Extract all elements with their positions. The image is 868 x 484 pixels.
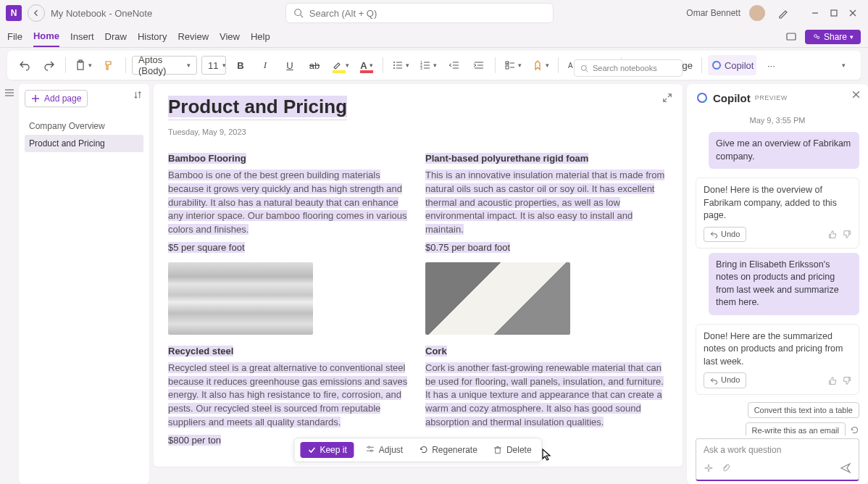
section-body[interactable]: Recycled steel is a great alternative to… <box>168 362 411 430</box>
bullets-button[interactable]: ▾ <box>389 55 412 75</box>
svg-point-13 <box>393 64 395 66</box>
thumbs-down-button[interactable] <box>842 376 851 385</box>
svg-point-42 <box>581 65 586 70</box>
menu-home[interactable]: Home <box>33 26 59 47</box>
copilot-input[interactable]: Ask a work question <box>696 438 859 481</box>
menu-help[interactable]: Help <box>251 26 270 47</box>
redo-button[interactable] <box>39 55 59 75</box>
menu-history[interactable]: History <box>138 26 167 47</box>
add-page-label: Add page <box>44 93 81 104</box>
notebook-search[interactable]: Search notebooks <box>574 59 683 77</box>
fullscreen-button[interactable] <box>662 93 672 103</box>
font-size-select[interactable]: 11▾ <box>201 56 226 75</box>
ribbon-more-button[interactable]: ··· <box>761 55 781 75</box>
svg-rect-48 <box>496 448 501 453</box>
section-image[interactable] <box>168 262 313 335</box>
format-painter-button[interactable] <box>99 55 120 75</box>
copilot-close-button[interactable] <box>851 90 861 99</box>
font-name-select[interactable]: Aptos (Body)▾ <box>132 56 197 75</box>
section-title[interactable]: Cork <box>425 345 668 359</box>
menu-view[interactable]: View <box>220 26 240 47</box>
search-icon <box>580 64 588 72</box>
chat-message-user: Bring in Elisabeth Eriksson's notes on p… <box>709 253 859 315</box>
back-button[interactable] <box>28 4 45 22</box>
keep-it-button[interactable]: Keep it <box>300 442 354 458</box>
onenote-logo: N <box>6 5 22 21</box>
delete-button[interactable]: Delete <box>489 442 536 458</box>
checklist-button[interactable]: ▾ <box>501 55 525 75</box>
tags-button[interactable]: ▾ <box>529 55 552 75</box>
indent-button[interactable] <box>469 55 489 75</box>
thumbs-up-button[interactable] <box>828 376 838 385</box>
section-body[interactable]: This is an innovative insulation materia… <box>425 169 668 237</box>
page-list-panel: Add page Company Overview Product and Pr… <box>19 84 149 484</box>
section-title[interactable]: Recycled steel <box>168 345 411 359</box>
menu-insert[interactable]: Insert <box>70 26 94 47</box>
italic-button[interactable]: I <box>255 55 275 75</box>
undo-button[interactable]: Undo <box>704 372 746 388</box>
adjust-button[interactable]: Adjust <box>362 442 407 458</box>
undo-button[interactable] <box>14 55 35 75</box>
search-placeholder: Search (Alt + Q) <box>309 8 377 19</box>
bold-button[interactable]: B <box>230 55 251 75</box>
suggestion-chip[interactable]: Convert this text into a table <box>748 402 859 418</box>
section-body[interactable]: Cork is another fast-growing renewable m… <box>425 362 668 430</box>
send-button[interactable] <box>840 462 851 474</box>
ink-icon[interactable] <box>774 4 793 22</box>
page-item-company-overview[interactable]: Company Overview <box>25 117 143 135</box>
attachment-icon[interactable] <box>721 463 731 473</box>
section-price[interactable]: $0.75 per board foot <box>425 241 668 255</box>
suggestion-refresh-button[interactable] <box>850 425 859 435</box>
page-canvas[interactable]: Product and Pricing Tuesday, May 9, 2023… <box>154 84 683 467</box>
user-name: Omar Bennett <box>686 8 740 18</box>
regenerate-button[interactable]: Regenerate <box>414 442 482 458</box>
minimize-button[interactable] <box>806 4 825 22</box>
ribbon-expand-button[interactable]: ▾ <box>833 55 854 75</box>
sparkle-icon[interactable] <box>704 463 714 473</box>
svg-rect-6 <box>787 33 796 40</box>
section-body[interactable]: Bamboo is one of the best green building… <box>168 169 411 237</box>
sort-button[interactable] <box>133 90 143 100</box>
thumbs-down-button[interactable] <box>842 230 851 239</box>
svg-point-8 <box>817 36 819 38</box>
add-page-button[interactable]: Add page <box>25 90 88 107</box>
chat-message-user: Give me an overview of Fabrikam company. <box>709 132 859 169</box>
suggestion-chip[interactable]: Re-write this as an email <box>746 422 846 435</box>
svg-point-15 <box>393 67 395 69</box>
share-button[interactable]: Share ▾ <box>805 30 861 44</box>
strikethrough-button[interactable]: ab <box>304 55 325 75</box>
menu-file[interactable]: File <box>7 26 22 47</box>
search-icon <box>293 8 304 18</box>
section-image[interactable] <box>425 262 570 335</box>
present-icon[interactable] <box>782 28 801 46</box>
thumbs-up-button[interactable] <box>828 230 838 239</box>
page-title[interactable]: Product and Pricing <box>168 96 347 118</box>
highlight-button[interactable]: ▾ <box>329 55 352 75</box>
plus-icon <box>31 94 40 103</box>
outdent-button[interactable] <box>444 55 464 75</box>
menu-draw[interactable]: Draw <box>105 26 127 47</box>
svg-point-47 <box>371 450 372 451</box>
section-title[interactable]: Plant-based polyurethane rigid foam <box>425 152 668 166</box>
page-date: Tuesday, May 9, 2023 <box>168 128 668 136</box>
copilot-input-placeholder: Ask a work question <box>704 445 851 455</box>
undo-button[interactable]: Undo <box>704 227 746 242</box>
paste-button[interactable]: ▾ <box>72 55 95 75</box>
svg-point-7 <box>814 34 817 37</box>
global-search[interactable]: Search (Alt + Q) <box>285 3 554 23</box>
underline-button[interactable]: U <box>280 55 300 75</box>
chat-message-assistant: Done! Here is the overview of Fabrikam c… <box>696 178 859 249</box>
page-item-product-pricing[interactable]: Product and Pricing <box>25 135 143 152</box>
maximize-button[interactable] <box>825 4 843 22</box>
user-avatar[interactable] <box>749 5 765 21</box>
menu-review[interactable]: Review <box>178 26 209 47</box>
chat-message-assistant: Done! Here are the summarized notes on p… <box>696 324 859 395</box>
copilot-preview-badge: PREVIEW <box>755 94 788 101</box>
section-title[interactable]: Bamboo Flooring <box>168 152 411 166</box>
font-color-button[interactable]: A▾ <box>356 55 377 75</box>
section-price[interactable]: $5 per square foot <box>168 241 411 255</box>
numbering-button[interactable]: 123▾ <box>417 55 440 75</box>
copilot-ribbon-button[interactable]: Copilot <box>708 55 756 75</box>
close-button[interactable] <box>843 4 862 22</box>
nav-rail-toggle[interactable] <box>0 84 19 484</box>
